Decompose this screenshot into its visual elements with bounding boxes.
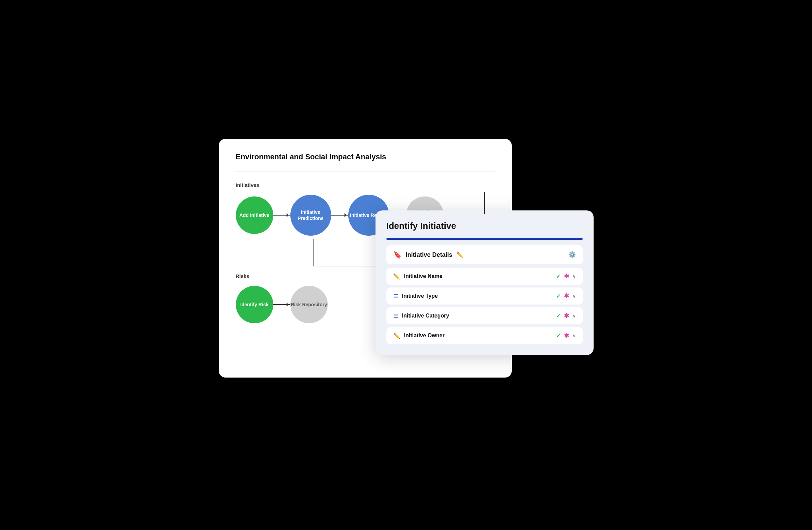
- header-bar: [387, 238, 583, 240]
- scene: Environmental and Social Impact Analysis…: [219, 139, 594, 391]
- asterisk-icon-type: ✱: [564, 292, 569, 300]
- field-label-category: Initiative Category: [402, 313, 449, 319]
- chevron-icon-owner[interactable]: ∨: [572, 333, 576, 338]
- field-left-name: ✏️ Initiative Name: [393, 273, 443, 280]
- repo-to-fg-connector: [484, 192, 485, 214]
- pencil-icon-name: ✏️: [393, 273, 400, 280]
- edit-icon-header[interactable]: ✏️: [456, 252, 463, 258]
- check-icon-type: ✓: [556, 293, 561, 299]
- initiatives-label: Initiatives: [236, 182, 495, 188]
- fg-card-title: Identify Initiative: [387, 221, 583, 231]
- list-icon-type: ☰: [393, 293, 398, 299]
- pencil-icon-owner: ✏️: [393, 333, 400, 339]
- field-row-initiative-category[interactable]: ☰ Initiative Category ✓ ✱ ∨: [387, 307, 583, 324]
- field-right-owner: ✓ ✱ ∨: [556, 332, 576, 339]
- check-icon-owner: ✓: [556, 333, 561, 339]
- initiative-details-header: 🔖 Initiative Details ✏️ ⚙️: [387, 245, 583, 264]
- chevron-icon-name[interactable]: ∨: [572, 274, 576, 279]
- vert-line-down: [314, 239, 314, 266]
- details-header-title: Initiative Details: [406, 251, 452, 259]
- chevron-icon-type[interactable]: ∨: [572, 293, 576, 299]
- field-left-category: ☰ Initiative Category: [393, 313, 449, 319]
- chevron-icon-category[interactable]: ∨: [572, 313, 576, 319]
- divider: [236, 171, 495, 172]
- bg-card-title: Environmental and Social Impact Analysis: [236, 152, 495, 161]
- field-row-initiative-owner[interactable]: ✏️ Initiative Owner ✓ ✱ ∨: [387, 327, 583, 344]
- asterisk-icon-name: ✱: [564, 273, 569, 280]
- details-header-left: 🔖 Initiative Details ✏️: [393, 251, 463, 259]
- gear-icon[interactable]: ⚙️: [568, 251, 576, 259]
- list-icon-category: ☰: [393, 313, 398, 319]
- field-row-initiative-name[interactable]: ✏️ Initiative Name ✓ ✱ ∨: [387, 268, 583, 285]
- add-initiative-node[interactable]: Add Initiative: [236, 196, 273, 234]
- identify-risk-node[interactable]: Identify Risk: [236, 286, 273, 323]
- identify-initiative-card: Identify Initiative 🔖 Initiative Details…: [376, 210, 594, 355]
- asterisk-icon-owner: ✱: [564, 332, 569, 339]
- field-row-initiative-type[interactable]: ☰ Initiative Type ✓ ✱ ∨: [387, 288, 583, 305]
- arrow-4: [273, 304, 290, 305]
- risk-repository-node[interactable]: Risk Repository: [290, 286, 328, 323]
- field-label-owner: Initiative Owner: [404, 333, 445, 339]
- asterisk-icon-category: ✱: [564, 312, 569, 320]
- arrow-2: [331, 215, 348, 215]
- field-left-type: ☰ Initiative Type: [393, 293, 438, 299]
- field-right-type: ✓ ✱ ∨: [556, 292, 576, 300]
- bookmark-icon: 🔖: [393, 251, 402, 259]
- initiative-predictions-node[interactable]: Initiative Predictions: [290, 195, 331, 236]
- field-right-category: ✓ ✱ ∨: [556, 312, 576, 320]
- field-left-owner: ✏️ Initiative Owner: [393, 333, 445, 339]
- field-right-name: ✓ ✱ ∨: [556, 273, 576, 280]
- check-icon-category: ✓: [556, 313, 561, 319]
- field-label-name: Initiative Name: [404, 273, 443, 279]
- field-label-type: Initiative Type: [402, 293, 438, 299]
- check-icon-name: ✓: [556, 273, 561, 280]
- arrow-1: [273, 215, 290, 215]
